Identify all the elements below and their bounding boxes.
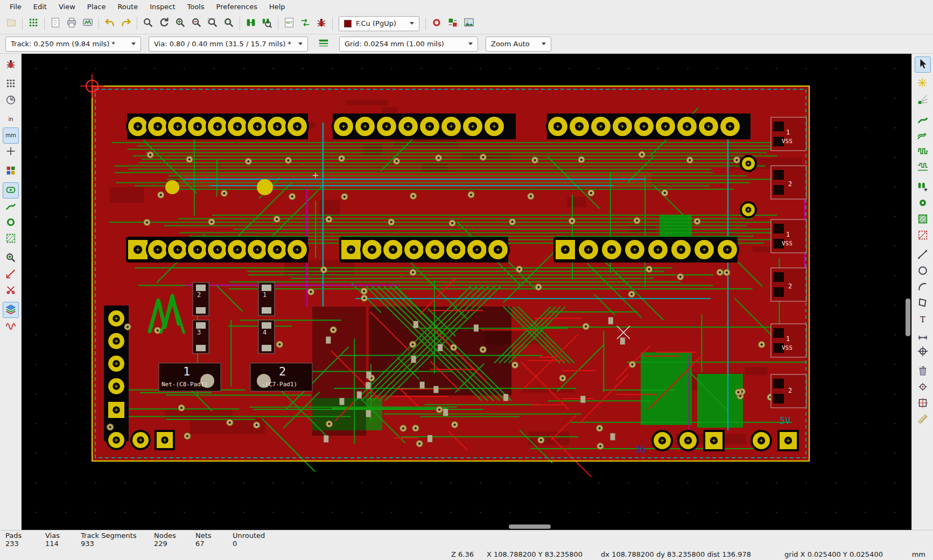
netlist-dialog-button[interactable]: NET [281,16,297,32]
via-sketch-icon [5,216,17,230]
place-via-icon [917,197,929,210]
menu-view[interactable]: View [53,2,81,12]
track-width-value: Track: 0.250 mm (9.84 mils) * [11,40,115,48]
grid-color-button[interactable] [3,163,19,179]
delete-button[interactable] [915,363,931,379]
left-options-toolbar: inmm [0,54,22,530]
draw-keepout-button[interactable] [915,228,931,244]
plot-button[interactable] [80,16,96,32]
drc-check-button[interactable] [313,16,329,32]
drill-origin-button[interactable] [915,379,931,395]
units-inch-button[interactable]: in [3,111,19,127]
track-sketch-button[interactable] [3,199,19,215]
place-dimension-button[interactable] [915,328,931,344]
microwave-button[interactable] [3,318,19,334]
route-diff-pair-button[interactable] [915,127,931,144]
units-inch-icon: in [5,113,17,126]
grid-origin-button[interactable] [915,395,931,412]
draw-line-button[interactable] [915,247,931,263]
drag-track-button[interactable] [3,266,19,282]
update-pcb-button[interactable] [297,16,313,32]
status-unrouted: Unrouted0 [233,531,292,548]
grid-setting: grid X 0.025400 Y 0.025400 [784,550,883,558]
select-button[interactable] [915,56,931,73]
via-size-combo[interactable]: Via: 0.80 / 0.40 mm (31.5 / 15.7 mils) * [149,37,308,52]
menu-tools[interactable]: Tools [181,2,209,12]
vertical-scrollbar[interactable] [906,299,910,336]
footprint-editor-button[interactable] [243,16,259,32]
drc-bug-button[interactable] [3,56,19,73]
status-track-segments: Track Segments933 [81,531,154,548]
route-track-button[interactable] [915,111,931,127]
grid-size-combo[interactable]: Grid: 0.0254 mm (1.00 mils) [339,37,478,52]
units-mm-button[interactable]: mm [3,127,19,144]
draw-keepout-icon [917,229,929,243]
menu-bar: FileEditViewPlaceRouteInspectToolsPrefer… [0,0,933,13]
board-text: 1 [786,231,790,238]
horizontal-scrollbar[interactable] [509,524,551,529]
magnifier-pad-button[interactable] [3,250,19,266]
zoom-fit-button[interactable] [205,16,221,32]
zone-outline-button[interactable] [3,231,19,247]
tune-length-button[interactable] [915,144,931,160]
zoom-combo[interactable]: Zoom Auto [486,37,551,52]
grid-dots-button[interactable] [3,76,19,92]
pad-sketch-button[interactable] [3,182,19,199]
zoom-in-button[interactable] [172,16,188,32]
find-button[interactable] [140,16,156,32]
status-value: 114 [45,540,81,548]
split-track-button[interactable] [3,282,19,299]
board-text: 1 [183,365,190,378]
toolbar-separator [137,17,137,30]
open-board-button[interactable] [3,16,19,32]
layer-stack-button[interactable] [3,302,19,318]
place-target-button[interactable] [915,344,931,360]
zoom-selection-button[interactable] [221,16,237,32]
status-label: Nets [195,531,233,540]
draw-zone-icon [917,213,929,226]
refresh-button[interactable] [156,16,172,32]
via-sketch-button[interactable] [3,215,19,231]
place-text-button[interactable]: T [915,311,931,328]
polar-coordinates-button[interactable] [3,92,19,108]
undo-button[interactable] [102,16,118,32]
print-button[interactable] [64,16,80,32]
menu-place[interactable]: Place [82,2,111,12]
menu-preferences[interactable]: Preferences [211,2,263,12]
local-ratsnest-button[interactable] [915,92,931,108]
track-width-presets-button[interactable] [315,36,332,52]
layer-pairs-button[interactable] [445,16,461,32]
track-width-combo[interactable]: Track: 0.250 mm (9.84 mils) * [5,37,141,52]
status-value: 233 [5,540,45,548]
measure-button[interactable] [915,412,931,428]
menu-help[interactable]: Help [264,2,291,12]
zoom-level: Z 6.36 [451,550,474,558]
page-settings-button[interactable] [47,16,64,32]
highlight-net-button[interactable] [915,76,931,92]
tune-skew-button[interactable] [915,160,931,176]
route-track-icon [917,113,929,126]
menu-inspect[interactable]: Inspect [144,2,180,12]
layer-selector[interactable]: F.Cu (PgUp) [339,16,419,31]
menu-route[interactable]: Route [112,2,143,12]
grid-settings-icon [27,17,39,30]
redo-button[interactable] [118,16,134,32]
menu-file[interactable]: File [4,2,27,12]
net-highlight-button[interactable] [429,16,445,32]
zoom-out-button[interactable] [188,16,205,32]
pcb-canvas[interactable]: 1Net-(C8-Pad1)2-(C7-Pad1)23141VSS21VSS21… [22,54,911,530]
grid-settings-button[interactable] [25,16,41,32]
draw-arc-button[interactable] [915,279,931,295]
footprint-browser-button[interactable] [259,16,275,32]
draw-zone-button[interactable] [915,211,931,228]
status-nets: Nets67 [195,531,233,548]
3d-image-button[interactable] [461,16,477,32]
board-text: VSS [782,344,792,351]
draw-circle-button[interactable] [915,263,931,279]
menu-edit[interactable]: Edit [28,2,52,12]
place-footprint-button[interactable] [915,179,931,195]
cursor-crosshair-button[interactable] [3,144,19,160]
place-via-button[interactable] [915,195,931,211]
grid-size-value: Grid: 0.0254 mm (1.00 mils) [345,40,444,48]
draw-polygon-button[interactable] [915,295,931,311]
